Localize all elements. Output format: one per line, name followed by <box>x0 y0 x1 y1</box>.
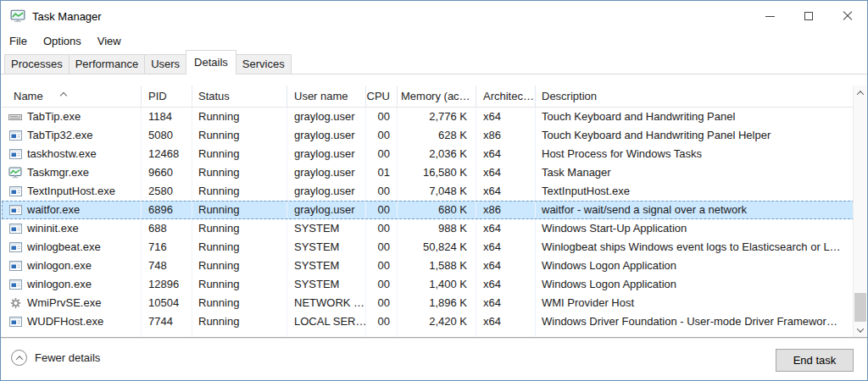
table-row[interactable]: TabTip.exe 1184 Running graylog.user 00 … <box>2 108 854 126</box>
process-name-cell: taskhostw.exe <box>2 145 142 163</box>
column-header-architecture[interactable]: Architec… <box>476 86 536 107</box>
scrollbar-thumb[interactable] <box>854 293 866 322</box>
cpu-cell: 00 <box>366 145 398 163</box>
description-cell: Windows Logon Application <box>536 275 854 294</box>
cpu-cell: 00 <box>366 294 398 312</box>
menu-file[interactable]: File <box>9 35 27 47</box>
scroll-up-button[interactable] <box>854 86 867 100</box>
column-header-status[interactable]: Status <box>192 86 287 107</box>
status-cell: Running <box>192 163 287 182</box>
memory-cell: 988 K <box>398 219 476 238</box>
menu-view[interactable]: View <box>97 35 121 47</box>
window-title: Task Manager <box>32 10 102 23</box>
status-cell: Running <box>192 182 287 201</box>
description-cell: Windows Logon Application <box>536 257 854 275</box>
description-cell: Task Manager <box>536 163 854 182</box>
table-row[interactable]: taskhostw.exe 12468 Running graylog.user… <box>2 145 854 163</box>
tab-strip: Processes Performance Users Details Serv… <box>1 50 867 75</box>
collapse-circle-icon <box>11 350 27 366</box>
column-header-pid[interactable]: PID <box>142 86 192 107</box>
description-cell: Host Process for Windows Tasks <box>536 145 854 163</box>
architecture-cell: x64 <box>476 294 536 312</box>
memory-cell: 16,580 K <box>398 163 476 182</box>
app-icon <box>8 222 22 235</box>
cpu-cell: 01 <box>366 163 398 182</box>
process-name-cell: Taskmgr.exe <box>2 163 142 182</box>
user-name-cell: NETWORK … <box>287 294 366 312</box>
description-cell: Winlogbeat ships Windows event logs to E… <box>536 238 854 257</box>
table-body: TabTip.exe 1184 Running graylog.user 00 … <box>2 108 854 331</box>
memory-cell: 680 K <box>398 201 476 219</box>
memory-cell: 2,036 K <box>398 145 476 163</box>
process-name-cell: TextInputHost.exe <box>2 182 142 201</box>
table-row[interactable]: winlogbeat.exe 716 Running SYSTEM 00 50,… <box>2 238 854 257</box>
cpu-cell: 00 <box>366 108 398 126</box>
close-button[interactable] <box>828 1 867 31</box>
table-row[interactable]: WUDFHost.exe 7744 Running LOCAL SER… 00 … <box>2 312 854 331</box>
end-task-button[interactable]: End task <box>776 349 854 372</box>
gear-icon <box>8 296 22 310</box>
architecture-cell: x64 <box>476 257 536 275</box>
table-row[interactable]: wininit.exe 688 Running SYSTEM 00 988 K … <box>2 219 854 238</box>
vertical-scrollbar[interactable] <box>853 86 866 337</box>
user-name-cell: LOCAL SER… <box>287 312 366 331</box>
table-filler-row <box>2 331 854 337</box>
tab-users[interactable]: Users <box>144 54 186 75</box>
table-row[interactable]: waitfor.exe 6896 Running graylog.user 00… <box>2 201 854 219</box>
architecture-cell: x64 <box>476 275 536 294</box>
process-name-cell: WmiPrvSE.exe <box>2 294 142 312</box>
cpu-cell: 00 <box>366 182 398 201</box>
table-row[interactable]: winlogon.exe 748 Running SYSTEM 00 1,588… <box>2 257 854 275</box>
architecture-cell: x64 <box>476 182 536 201</box>
column-header-name[interactable]: Name <box>2 86 142 107</box>
process-name-cell: winlogon.exe <box>2 275 142 294</box>
column-header-memory[interactable]: Memory (ac… <box>398 86 476 107</box>
status-cell: Running <box>192 201 287 219</box>
user-name-cell: graylog.user <box>287 201 366 219</box>
close-icon <box>843 11 853 21</box>
table-row[interactable]: WmiPrvSE.exe 10504 Running NETWORK … 00 … <box>2 294 854 312</box>
scroll-down-button[interactable] <box>854 323 867 337</box>
app-icon <box>8 185 22 198</box>
process-name-cell: winlogbeat.exe <box>2 238 142 257</box>
user-name-cell: graylog.user <box>287 145 366 163</box>
table-row[interactable]: TextInputHost.exe 2580 Running graylog.u… <box>2 182 854 201</box>
user-name-cell: graylog.user <box>287 108 366 126</box>
chevron-up-icon <box>857 91 864 97</box>
memory-cell: 1,400 K <box>398 275 476 294</box>
user-name-cell: graylog.user <box>287 163 366 182</box>
title-bar: Task Manager <box>1 1 867 31</box>
status-cell: Running <box>192 145 287 163</box>
user-name-cell: SYSTEM <box>287 257 366 275</box>
process-name-cell: WUDFHost.exe <box>2 312 142 331</box>
user-name-cell: graylog.user <box>287 182 366 201</box>
memory-cell: 7,048 K <box>398 182 476 201</box>
column-header-description[interactable]: Description <box>536 86 854 107</box>
menu-bar: File Options View <box>1 31 867 50</box>
table-row[interactable]: winlogon.exe 12896 Running SYSTEM 00 1,4… <box>2 275 854 294</box>
tab-processes[interactable]: Processes <box>4 54 70 75</box>
process-name-cell: TabTip32.exe <box>2 126 142 145</box>
minimize-button[interactable] <box>750 1 789 31</box>
task-manager-window: Task Manager File Options View Processes… <box>0 0 868 381</box>
app-icon <box>8 240 22 254</box>
tab-services[interactable]: Services <box>236 54 292 75</box>
description-cell: TextInputHost.exe <box>536 182 854 201</box>
column-header-cpu[interactable]: CPU <box>366 86 398 107</box>
pid-cell: 748 <box>142 257 192 275</box>
menu-options[interactable]: Options <box>43 35 81 47</box>
tab-details[interactable]: Details <box>186 50 236 75</box>
maximize-button[interactable] <box>789 1 828 31</box>
keyboard-icon <box>8 110 22 124</box>
footer-bar: Fewer details End task <box>1 337 867 380</box>
status-cell: Running <box>192 126 287 145</box>
table-row[interactable]: TabTip32.exe 5080 Running graylog.user 0… <box>2 126 854 145</box>
app-icon <box>8 147 22 161</box>
fewer-details-toggle[interactable]: Fewer details <box>11 350 100 366</box>
memory-cell: 2,776 K <box>398 108 476 126</box>
user-name-cell: SYSTEM <box>287 219 366 238</box>
app-icon <box>8 315 22 329</box>
column-header-user-name[interactable]: User name <box>287 86 366 107</box>
table-row[interactable]: Taskmgr.exe 9660 Running graylog.user 01… <box>2 163 854 182</box>
tab-performance[interactable]: Performance <box>69 54 145 75</box>
